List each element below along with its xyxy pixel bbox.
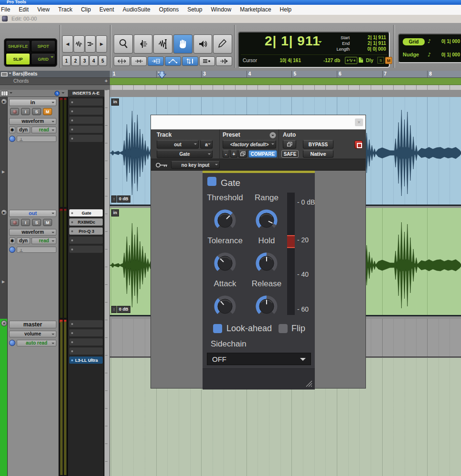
insert-slot-master-a[interactable]: [69, 320, 103, 327]
insert-slot-in-e[interactable]: [69, 135, 103, 142]
auto-enable-button[interactable]: [283, 140, 296, 149]
track-name-out[interactable]: out: [9, 210, 56, 217]
clip-name-badge[interactable]: in: [111, 209, 119, 216]
menu-options[interactable]: Options: [155, 5, 183, 15]
automation-mode-selector[interactable]: read: [32, 238, 56, 244]
insert-slot-out-e[interactable]: [69, 246, 103, 253]
mute-status-badge[interactable]: M: [385, 57, 392, 64]
zoom-preset-4[interactable]: 4: [89, 55, 98, 66]
previous-preset-button[interactable]: -: [223, 150, 229, 158]
insert-slot-master-d[interactable]: [69, 347, 103, 355]
sidechain-selector[interactable]: OFF: [207, 353, 311, 365]
grabber-tool-button[interactable]: [173, 34, 193, 54]
counter-dropdown-icon[interactable]: [318, 41, 322, 45]
shuffle-mode-button[interactable]: SHUFFLE: [6, 40, 30, 52]
playlist-lane-bar[interactable]: ⊥: [17, 136, 56, 142]
bar-number-8[interactable]: 8: [429, 71, 432, 76]
threshold-marker[interactable]: [287, 235, 295, 248]
gate-enable-checkbox[interactable]: [207, 177, 216, 186]
playhead-cursor-icon[interactable]: [157, 71, 167, 79]
zoom-toggle-button[interactable]: [114, 56, 130, 66]
grid-value-toggle[interactable]: Grid: [403, 38, 425, 45]
zoom-preset-2[interactable]: 2: [71, 55, 80, 66]
nudge-value[interactable]: 0| 1| 000: [429, 52, 460, 57]
record-arm-button[interactable]: [10, 108, 19, 115]
preset-menu-icon[interactable]: [269, 132, 276, 139]
bar-number-1[interactable]: 1: [113, 71, 116, 76]
clip-gain-badge[interactable]: ↕ 0 dB: [111, 195, 130, 203]
spot-mode-button[interactable]: SPOT: [31, 40, 55, 52]
dyn-button[interactable]: dyn: [17, 127, 30, 133]
bar-number-7[interactable]: 7: [384, 71, 387, 76]
automation-indicator-icon[interactable]: [9, 136, 15, 142]
knob-range[interactable]: [254, 208, 279, 233]
add-chord-button[interactable]: +: [105, 78, 107, 84]
solo-status-badge[interactable]: S: [377, 57, 384, 64]
insert-slot-master-b[interactable]: [69, 329, 103, 336]
track-name-master[interactable]: master: [9, 321, 56, 328]
ruler-menu-icon[interactable]: [1, 72, 8, 76]
bar-number-4[interactable]: 4: [248, 71, 251, 76]
scrubber-tool-button[interactable]: [193, 34, 213, 54]
insert-slot-in-c[interactable]: [69, 117, 103, 124]
input-monitor-button[interactable]: I: [21, 108, 30, 115]
track-view-selector[interactable]: waveform: [9, 229, 56, 236]
insert-slot-in-d[interactable]: [69, 126, 103, 133]
automation-mode-selector[interactable]: auto read: [17, 340, 56, 346]
selector-tool-button[interactable]: [153, 34, 172, 54]
grid-mode-button[interactable]: GRID: [31, 53, 55, 65]
zoom-preset-1[interactable]: 1: [62, 55, 71, 66]
tab-to-transient-button[interactable]: [131, 56, 147, 66]
timeline-insertion-icon[interactable]: [345, 57, 357, 64]
track-expand-button[interactable]: ▼: [1, 320, 7, 326]
auto-safe-button[interactable]: SAFE: [281, 150, 299, 158]
solo-button[interactable]: S: [32, 108, 41, 115]
zoom-in-arrow-button[interactable]: ▶: [96, 35, 107, 53]
preset-selector[interactable]: <factory default>: [223, 140, 276, 149]
slip-mode-button[interactable]: SLIP: [6, 53, 30, 65]
bypass-button[interactable]: BYPASS: [303, 140, 333, 149]
insert-slot-out-d[interactable]: [69, 237, 103, 244]
mute-button[interactable]: M: [43, 108, 52, 115]
insert-slot-master-c[interactable]: [69, 338, 103, 346]
plugin-insert-position-selector[interactable]: a: [200, 140, 213, 149]
chevron-down-icon[interactable]: [10, 92, 12, 95]
pencil-tool-button[interactable]: [213, 34, 232, 54]
resize-grip-icon[interactable]: [305, 379, 312, 387]
end-value[interactable]: 2| 1| 911: [352, 41, 386, 46]
track-expand-button[interactable]: ▶: [1, 209, 7, 216]
length-value[interactable]: 0| 0| 000: [352, 46, 386, 52]
playlist-lane-bar[interactable]: ⊥: [17, 247, 56, 253]
close-icon[interactable]: ✕: [355, 119, 363, 126]
chords-ruler-header[interactable]: Chords +: [0, 78, 110, 85]
track-name-in[interactable]: in: [9, 99, 56, 106]
insert-slot-out-a[interactable]: Gate: [69, 209, 103, 216]
zoom-preset-5[interactable]: 5: [98, 55, 107, 66]
automation-mode-selector[interactable]: read: [32, 127, 56, 133]
key-input-selector[interactable]: no key input: [171, 161, 220, 169]
insertion-follows-playback-button[interactable]: [182, 56, 198, 66]
clip-name-badge[interactable]: in: [111, 98, 119, 106]
solo-button[interactable]: S: [32, 219, 41, 226]
menu-event[interactable]: Event: [95, 5, 118, 15]
mirrored-midi-button[interactable]: [199, 56, 215, 66]
menu-clip[interactable]: Clip: [76, 5, 95, 15]
audio-zoom-button[interactable]: [74, 35, 85, 53]
pre-post-roll-icon[interactable]: [358, 57, 364, 63]
bar-number-6[interactable]: 6: [339, 71, 342, 76]
plugin-format-button[interactable]: Native: [303, 150, 333, 158]
main-counter[interactable]: 2| 1| 911: [265, 33, 321, 49]
menu-marketplace[interactable]: Marketplace: [236, 5, 275, 15]
track-expand-button[interactable]: ▶: [1, 98, 7, 105]
compare-button[interactable]: COMPARE: [248, 150, 277, 158]
zoom-out-arrow-button[interactable]: ◀: [62, 35, 73, 53]
clip-gain-badge[interactable]: ↕ 0 dB: [111, 306, 130, 313]
menu-window[interactable]: Window: [207, 5, 236, 15]
plugin-window-titlebar[interactable]: ✕: [151, 115, 365, 130]
chevron-down-icon[interactable]: [9, 73, 11, 76]
delay-compensation-label[interactable]: Dly: [366, 58, 374, 63]
zoom-preset-3[interactable]: 3: [80, 55, 89, 66]
menu-view[interactable]: View: [33, 5, 54, 15]
target-button[interactable]: [354, 141, 363, 149]
chords-lane[interactable]: [110, 78, 461, 85]
